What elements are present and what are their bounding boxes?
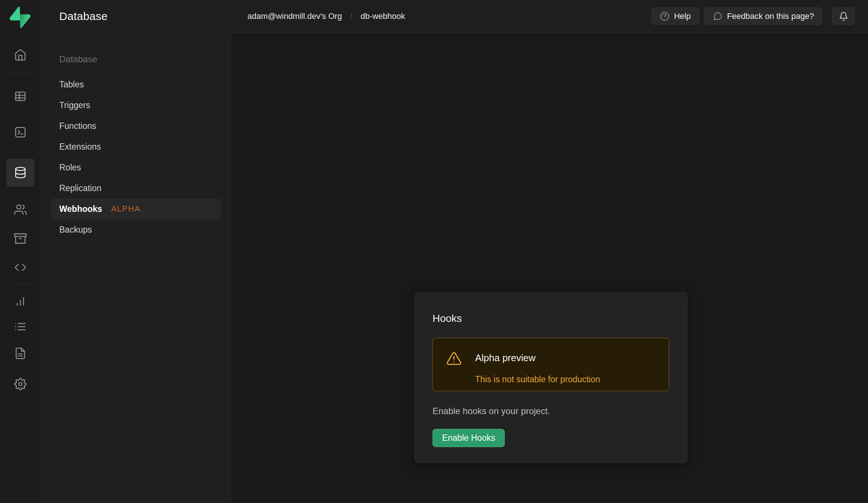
rail-divider — [9, 152, 32, 152]
enable-hooks-button[interactable]: Enable Hooks — [433, 429, 505, 447]
alert-text: Alpha preview This is not suitable for p… — [475, 350, 600, 391]
home-icon[interactable] — [11, 46, 29, 64]
sidebar-item-backups[interactable]: Backups — [41, 219, 230, 240]
sidebar-item-webhooks[interactable]: Webhooks ALPHA — [51, 199, 221, 219]
settings-icon[interactable] — [11, 375, 29, 393]
breadcrumb-org[interactable]: adam@windmill.dev's Org — [247, 11, 342, 21]
header-actions: Help Feedback on this page? — [651, 7, 855, 25]
card-description: Enable hooks on your project. — [433, 406, 669, 416]
database-icon[interactable] — [6, 159, 34, 187]
database-sidebar: Database Database Tables Triggers Functi… — [41, 0, 231, 503]
page-title: Database — [59, 10, 108, 23]
sql-editor-icon[interactable] — [11, 123, 29, 141]
breadcrumb-separator: / — [350, 11, 353, 21]
bell-icon — [839, 11, 848, 21]
hooks-card: Hooks Alpha preview This is not suitable… — [414, 292, 688, 463]
sidebar-item-tables[interactable]: Tables — [41, 74, 230, 95]
alpha-preview-alert: Alpha preview This is not suitable for p… — [433, 338, 669, 391]
speech-bubble-icon — [713, 11, 722, 21]
auth-users-icon[interactable] — [11, 201, 29, 219]
supabase-bolt-icon — [10, 7, 30, 28]
alpha-badge: ALPHA — [111, 204, 141, 214]
card-title: Hooks — [433, 313, 669, 324]
alert-description: This is not suitable for production — [475, 374, 600, 384]
reports-icon[interactable] — [11, 292, 29, 310]
help-circle-icon — [660, 11, 670, 21]
sidebar-item-roles[interactable]: Roles — [41, 157, 230, 178]
docs-icon[interactable] — [11, 344, 29, 362]
sidebar-item-functions[interactable]: Functions — [41, 116, 230, 136]
storage-icon[interactable] — [11, 230, 29, 247]
sidebar-header: Database — [41, 0, 230, 33]
rail-divider — [9, 283, 32, 284]
logs-icon[interactable] — [11, 318, 29, 336]
nav-rail — [0, 0, 41, 503]
sidebar-item-triggers[interactable]: Triggers — [41, 95, 230, 116]
notifications-button[interactable] — [832, 7, 855, 25]
breadcrumb-project[interactable]: db-webhook — [361, 11, 405, 21]
sidebar-section-heading: Database — [59, 53, 230, 65]
sidebar-item-extensions[interactable]: Extensions — [41, 136, 230, 157]
sidebar-item-replication[interactable]: Replication — [41, 178, 230, 199]
help-button[interactable]: Help — [651, 7, 699, 25]
top-header: adam@windmill.dev's Org / db-webhook Hel… — [231, 0, 868, 33]
supabase-logo[interactable] — [10, 7, 30, 27]
feedback-button[interactable]: Feedback on this page? — [704, 7, 822, 25]
main-content: Hooks Alpha preview This is not suitable… — [231, 33, 868, 503]
sidebar-menu: Tables Triggers Functions Extensions Rol… — [41, 74, 230, 240]
table-editor-icon[interactable] — [11, 87, 29, 105]
alert-title: Alpha preview — [475, 350, 600, 366]
edge-functions-icon[interactable] — [11, 259, 29, 276]
rail-divider — [9, 73, 32, 73]
warning-triangle-icon — [446, 351, 462, 366]
